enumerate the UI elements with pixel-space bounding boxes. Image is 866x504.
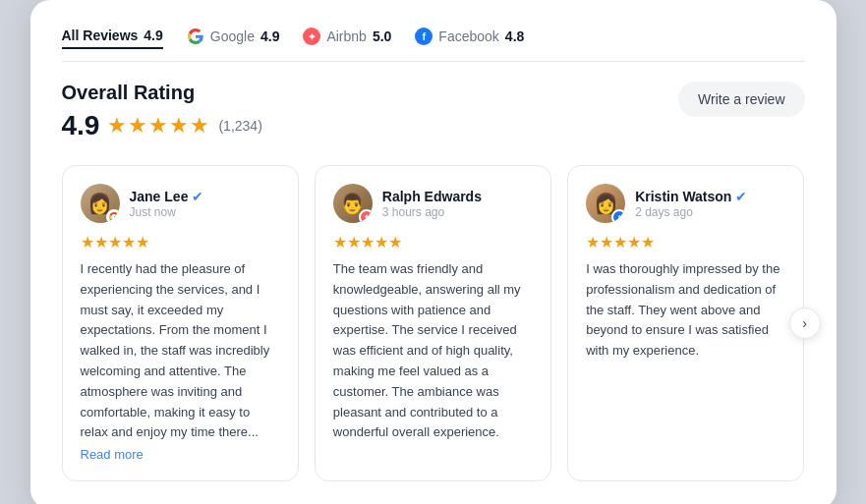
review-stars-ralph: ★★★★★ bbox=[333, 233, 533, 252]
reviewer-name-jane: Jane Lee bbox=[130, 189, 189, 204]
google-icon bbox=[187, 28, 204, 45]
reviewer-info-ralph: Ralph Edwards 3 hours ago bbox=[382, 189, 533, 219]
reviewer-header-kristin: 👩 f Kristin Watson ✔ 2 days ago bbox=[586, 184, 785, 223]
write-review-button[interactable]: Write a review bbox=[678, 82, 804, 117]
avatar-ralph: 👨 ✦ bbox=[333, 184, 373, 223]
verified-icon-jane: ✔ bbox=[192, 189, 203, 204]
review-stars-kristin: ★★★★★ bbox=[586, 233, 785, 252]
avatar-kristin: 👩 f bbox=[586, 184, 625, 223]
rating-row: 4.9 ★★★★★ (1,234) bbox=[62, 110, 262, 141]
tab-google-score: 4.9 bbox=[260, 28, 279, 44]
rating-info: Overall Rating 4.9 ★★★★★ (1,234) bbox=[62, 82, 262, 141]
tab-all-label: All Reviews bbox=[62, 28, 139, 43]
rating-header: Overall Rating 4.9 ★★★★★ (1,234) Write a… bbox=[62, 82, 805, 141]
tab-airbnb-label: Airbnb bbox=[326, 28, 366, 44]
review-stars-jane: ★★★★★ bbox=[81, 233, 280, 252]
tab-airbnb[interactable]: ✦ Airbnb 5.0 bbox=[303, 28, 391, 49]
facebook-icon: f bbox=[415, 28, 433, 45]
review-text-ralph: The team was friendly and knowledgeable,… bbox=[333, 259, 533, 443]
reviewer-header-ralph: 👨 ✦ Ralph Edwards 3 hours ago bbox=[333, 184, 533, 223]
reviews-card: All Reviews 4.9 Google 4.9 ✦ Airbnb 5.0 … bbox=[30, 0, 837, 504]
overall-title: Overall Rating bbox=[62, 82, 262, 104]
review-time-ralph: 3 hours ago bbox=[382, 205, 533, 219]
platform-badge-facebook: f bbox=[611, 209, 625, 223]
reviewer-info-jane: Jane Lee ✔ Just now bbox=[130, 189, 280, 219]
verified-icon-kristin: ✔ bbox=[735, 189, 747, 204]
review-count: (1,234) bbox=[218, 118, 261, 134]
tab-facebook-label: Facebook bbox=[438, 28, 498, 44]
tab-google[interactable]: Google 4.9 bbox=[187, 28, 280, 49]
review-text-jane: I recently had the pleasure of experienc… bbox=[81, 259, 280, 443]
reviewer-name-ralph: Ralph Edwards bbox=[382, 189, 482, 204]
review-time-kristin: 2 days ago bbox=[635, 205, 785, 219]
reviewer-name-row-kristin: Kristin Watson ✔ bbox=[635, 189, 785, 204]
tab-facebook-score: 4.8 bbox=[505, 28, 524, 44]
tab-all-reviews[interactable]: All Reviews 4.9 bbox=[62, 28, 163, 49]
reviewer-name-kristin: Kristin Watson bbox=[635, 189, 731, 204]
reviewer-name-row-ralph: Ralph Edwards bbox=[382, 189, 533, 204]
tab-airbnb-score: 5.0 bbox=[373, 28, 391, 44]
tab-facebook[interactable]: f Facebook 4.8 bbox=[415, 28, 524, 49]
tab-all-score: 4.9 bbox=[144, 28, 162, 43]
platform-badge-airbnb: ✦ bbox=[359, 209, 373, 223]
review-card-jane: 👩 Jane Lee ✔ Just now ★★★★★ I recently h… bbox=[62, 165, 299, 481]
review-time-jane: Just now bbox=[130, 205, 280, 219]
reviewer-info-kristin: Kristin Watson ✔ 2 days ago bbox=[635, 189, 785, 219]
next-arrow-button[interactable]: › bbox=[789, 308, 821, 339]
review-text-kristin: I was thoroughly impressed by the profes… bbox=[586, 259, 785, 362]
review-card-ralph: 👨 ✦ Ralph Edwards 3 hours ago ★★★★★ The … bbox=[315, 165, 551, 481]
reviewer-header-jane: 👩 Jane Lee ✔ Just now bbox=[81, 184, 280, 223]
review-card-kristin: 👩 f Kristin Watson ✔ 2 days ago ★★★★★ I … bbox=[567, 165, 804, 481]
reviewer-name-row-jane: Jane Lee ✔ bbox=[130, 189, 280, 204]
tabs-bar: All Reviews 4.9 Google 4.9 ✦ Airbnb 5.0 … bbox=[62, 28, 805, 62]
avatar-jane: 👩 bbox=[81, 184, 120, 223]
overall-stars: ★★★★★ bbox=[107, 113, 210, 139]
overall-score: 4.9 bbox=[62, 110, 100, 141]
platform-badge-google bbox=[106, 209, 120, 223]
read-more-jane[interactable]: Read more bbox=[81, 447, 144, 462]
airbnb-icon: ✦ bbox=[303, 28, 320, 45]
reviews-container: 👩 Jane Lee ✔ Just now ★★★★★ I recently h… bbox=[62, 165, 805, 481]
tab-google-label: Google bbox=[210, 28, 255, 44]
